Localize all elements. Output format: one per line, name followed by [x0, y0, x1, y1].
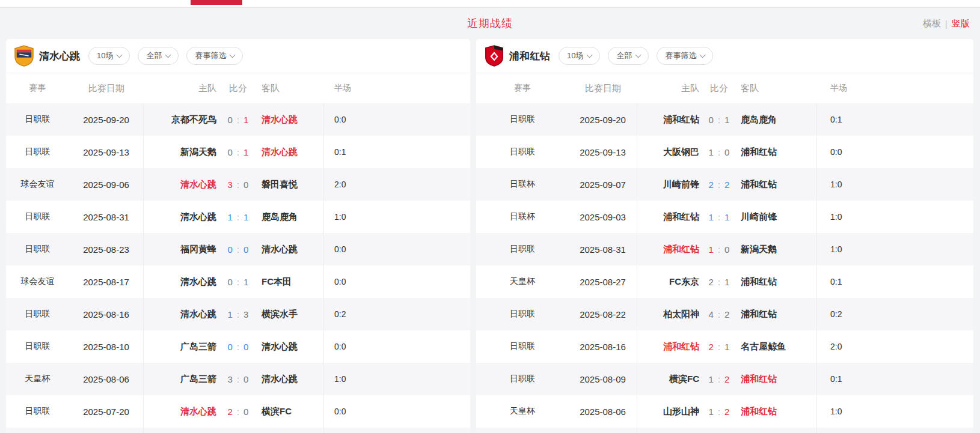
home-team-cell: 清水心跳 — [144, 265, 216, 298]
halftime-cell: 0:0 — [324, 265, 470, 298]
home-score: 1 — [709, 374, 714, 384]
team-name: 浦和红钻 — [509, 49, 550, 63]
match-row[interactable]: 日职联2025-08-23福冈黄蜂0:0清水心跳0:0 — [6, 233, 470, 265]
date-cell: 2025-07-20 — [69, 395, 144, 428]
match-count-filter[interactable]: 10场 — [88, 47, 130, 65]
home-team-cell: 川崎前锋 — [637, 168, 699, 201]
match-row-partial[interactable] — [6, 428, 470, 433]
col-home: 主队 — [144, 73, 216, 103]
score-cell: 1:0 — [699, 233, 739, 265]
away-score: 1 — [724, 342, 729, 352]
team-panel-shimizu: 清水心跳 10场 全部 赛事筛选 赛事 比赛日期 主队 比分 客队 半场 日职联… — [6, 39, 470, 433]
layout-horizontal-link[interactable]: 横板 — [923, 18, 941, 29]
active-tab-indicator[interactable] — [191, 0, 242, 5]
team-panel-urawa: 浦和红钻 10场 全部 赛事筛选 赛事 比赛日期 主队 比分 客队 半场 日职联… — [476, 39, 973, 433]
away-team-cell: 浦和红钻 — [739, 298, 817, 330]
match-row[interactable]: 天皇杯2025-08-27FC东京2:1浦和红钻0:1 — [476, 265, 973, 298]
home-team-cell: 浦和红钻 — [637, 233, 699, 265]
away-score: 0 — [243, 342, 248, 352]
halftime-cell: 1:0 — [817, 395, 973, 428]
away-team-cell: 川崎前锋 — [739, 201, 817, 233]
title-bar: 近期战绩 横板 | 竖版 — [0, 8, 980, 39]
layout-switcher: 横板 | 竖版 — [923, 18, 970, 29]
chevron-down-icon — [230, 52, 236, 58]
match-row[interactable]: 日联杯2025-09-07川崎前锋2:2浦和红钻1:0 — [476, 168, 973, 201]
home-team-cell: 浦和红钻 — [637, 201, 699, 233]
score-cell: 1:3 — [216, 298, 260, 330]
match-row[interactable]: 日职联2025-09-13大阪钢巴1:0浦和红钻0:0 — [476, 136, 973, 168]
competition-filter[interactable]: 赛事筛选 — [657, 47, 713, 65]
halftime-cell: 2:0 — [324, 168, 470, 201]
score-cell: 0:0 — [216, 233, 260, 265]
away-score: 0 — [724, 147, 729, 157]
away-score: 1 — [243, 147, 248, 157]
match-row[interactable]: 日职联2025-08-31清水心跳1:1鹿岛鹿角1:0 — [6, 201, 470, 233]
home-score: 1 — [228, 212, 233, 222]
away-team-cell: 清水心跳 — [260, 233, 324, 265]
scope-filter[interactable]: 全部 — [138, 47, 179, 65]
home-team-cell: 清水心跳 — [144, 168, 216, 201]
halftime-cell: 1:0 — [324, 201, 470, 233]
match-row[interactable]: 日职联2025-08-10广岛三箭0:0清水心跳0:0 — [6, 330, 470, 363]
halftime-cell: 1:0 — [817, 233, 973, 265]
score-colon: : — [718, 309, 720, 319]
away-score: 1 — [243, 115, 248, 125]
date-cell: 2025-08-22 — [569, 298, 637, 330]
date-cell: 2025-08-23 — [69, 233, 144, 265]
score-colon: : — [718, 244, 720, 255]
layout-vertical-link[interactable]: 竖版 — [952, 18, 970, 29]
chevron-down-icon — [165, 52, 171, 58]
home-team-cell: FC东京 — [637, 265, 699, 298]
match-row[interactable]: 球会友谊2025-08-17清水心跳0:1FC本田0:0 — [6, 265, 470, 298]
score-colon: : — [718, 212, 720, 222]
match-row[interactable]: 日联杯2025-09-03浦和红钻1:1川崎前锋1:0 — [476, 201, 973, 233]
table-header: 赛事 比赛日期 主队 比分 客队 半场 — [6, 73, 470, 103]
competition-filter[interactable]: 赛事筛选 — [186, 47, 243, 65]
col-score: 比分 — [699, 73, 739, 103]
match-row[interactable]: 球会友谊2025-09-06清水心跳3:0磐田喜悦2:0 — [6, 168, 470, 201]
away-team-cell: 浦和红钻 — [739, 363, 817, 395]
score-cell: 2:0 — [216, 395, 260, 428]
halftime-cell: 0:1 — [817, 103, 973, 136]
chevron-down-icon — [700, 52, 706, 58]
match-row[interactable]: 日职联2025-08-22柏太阳神4:2浦和红钻0:2 — [476, 298, 973, 330]
match-table-body: 日职联2025-09-20浦和红钻0:1鹿岛鹿角0:1日职联2025-09-13… — [476, 103, 973, 433]
halftime-cell: 0:1 — [817, 363, 973, 395]
date-cell: 2025-09-13 — [69, 136, 144, 168]
match-row[interactable]: 天皇杯2025-08-06山形山神1:2浦和红钻1:0 — [476, 395, 973, 428]
chevron-down-icon — [117, 52, 123, 58]
match-row[interactable]: 日职联2025-07-20清水心跳2:0横滨FC0:0 — [6, 395, 470, 428]
score-cell: 2:2 — [699, 168, 739, 201]
page-title: 近期战绩 — [467, 16, 513, 31]
halftime-cell: 0:1 — [324, 136, 470, 168]
away-score: 1 — [243, 212, 248, 222]
score-cell: 3:0 — [216, 168, 260, 201]
away-score: 0 — [243, 244, 248, 255]
scope-filter[interactable]: 全部 — [608, 47, 649, 65]
match-row[interactable]: 日职联2025-09-20京都不死鸟0:1清水心跳0:0 — [6, 103, 470, 136]
score-colon: : — [237, 277, 239, 287]
match-row[interactable]: 日职联2025-09-13新潟天鹅0:1清水心跳0:1 — [6, 136, 470, 168]
date-cell: 2025-08-16 — [69, 298, 144, 330]
date-cell: 2025-08-31 — [569, 233, 637, 265]
date-cell: 2025-08-10 — [69, 330, 144, 363]
match-row[interactable]: 日职联2025-09-20浦和红钻0:1鹿岛鹿角0:1 — [476, 103, 973, 136]
away-score: 2 — [724, 309, 729, 319]
competition-cell: 球会友谊 — [6, 265, 69, 298]
match-row[interactable]: 日职联2025-08-16清水心跳1:3横滨水手0:2 — [6, 298, 470, 330]
match-row[interactable]: 日职联2025-08-31浦和红钻1:0新潟天鹅1:0 — [476, 233, 973, 265]
match-row[interactable]: 天皇杯2025-08-06广岛三箭3:0清水心跳1:0 — [6, 363, 470, 395]
halftime-cell: 1:0 — [817, 168, 973, 201]
away-score: 2 — [724, 407, 729, 417]
away-team-cell: 清水心跳 — [260, 330, 324, 363]
match-row-partial[interactable] — [476, 428, 973, 433]
score-cell: 1:1 — [216, 201, 260, 233]
col-half: 半场 — [817, 73, 973, 103]
match-row[interactable]: 日职联2025-08-09横滨FC1:2浦和红钻0:1 — [476, 363, 973, 395]
date-cell: 2025-08-06 — [69, 363, 144, 395]
home-team-cell: 清水心跳 — [144, 298, 216, 330]
home-score: 0 — [228, 277, 233, 287]
match-row[interactable]: 日职联2025-08-16浦和红钻2:1名古屋鲸鱼2:0 — [476, 330, 973, 363]
match-count-filter[interactable]: 10场 — [559, 47, 600, 65]
competition-cell: 天皇杯 — [476, 265, 569, 298]
